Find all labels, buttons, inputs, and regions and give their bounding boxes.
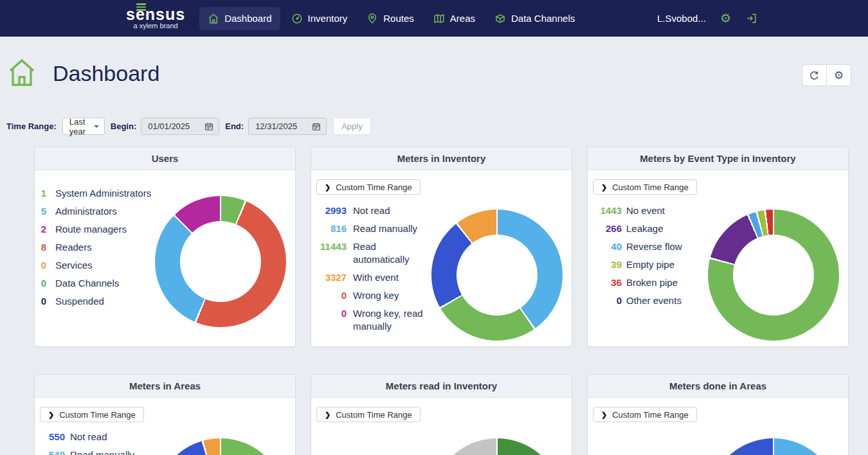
legend-value: 8 [40, 241, 46, 254]
top-navigation-bar: sensus a xylem brand Dashboard Inventory… [0, 0, 868, 37]
legend-label: No event [626, 204, 665, 217]
legend-value: 0 [593, 294, 622, 307]
legend-label: Reverse flow [626, 240, 682, 253]
panel-title: Meters in Inventory [311, 147, 572, 170]
end-date-value: 12/31/2025 [255, 121, 297, 131]
begin-date-input[interactable]: 01/01/2025 [141, 118, 219, 135]
nav-item-label: Inventory [308, 13, 348, 24]
legend-label: Empty pipe [626, 258, 674, 271]
nav-item-routes[interactable]: Routes [358, 7, 422, 30]
legend-item: 540Read manually [40, 449, 134, 455]
home-icon [208, 13, 219, 24]
legend-value: 2 [40, 223, 46, 236]
meters-in-areas-donut-chart[interactable] [155, 438, 286, 455]
time-filter-bar: Time Range: Last year Begin: 01/01/2025 … [6, 118, 371, 135]
legend-label: Readers [55, 241, 92, 254]
legend-label: Read manually [70, 449, 134, 455]
legend-item: 0Wrong key, read manually [316, 307, 429, 333]
legend-label: Wrong key [353, 289, 399, 302]
custom-time-range-button[interactable]: ❯Custom Time Range [40, 407, 144, 422]
user-menu[interactable]: L.Svobod... [657, 13, 706, 24]
legend-item: 11443Read automatically [316, 240, 429, 266]
legend-item: 3327With event [316, 271, 429, 284]
donut-hole [457, 235, 538, 316]
legend-item: 0Wrong key [316, 289, 429, 302]
sensus-logo[interactable]: sensus a xylem brand [126, 7, 185, 30]
panel-meters-by-event-type: Meters by Event Type in Inventory ❯Custo… [587, 147, 849, 347]
custom-time-range-label: Custom Time Range [612, 410, 689, 420]
custom-time-range-button[interactable]: ❯Custom Time Range [593, 407, 697, 422]
refresh-button[interactable] [802, 64, 827, 86]
nav-item-label: Routes [383, 13, 414, 24]
logout-icon[interactable] [745, 12, 757, 24]
legend-value: 0 [40, 277, 46, 290]
legend-value: 0 [40, 295, 46, 308]
meter-gauge-icon [291, 13, 303, 24]
header-buttons: ⚙ [802, 64, 851, 86]
legend-label: Not read [353, 204, 390, 217]
apply-button[interactable]: Apply [333, 118, 371, 135]
nav-right-cluster: L.Svobod... ⚙ [657, 0, 757, 37]
chart-legend: 2993Not read816Read manually11443Read au… [316, 204, 429, 338]
chevron-right-icon: ❯ [601, 411, 607, 419]
nav-item-data-channels[interactable]: Data Channels [486, 7, 583, 30]
panel-meters-done-in-areas: Meters done in Areas ❯Custom Time Range [587, 374, 849, 455]
legend-value: 1 [40, 187, 46, 200]
meters-done-in-areas-donut-chart[interactable] [708, 438, 839, 455]
panel-meters-in-inventory: Meters in Inventory ❯Custom Time Range 2… [311, 147, 572, 347]
calendar-icon[interactable] [312, 122, 321, 131]
nav-item-areas[interactable]: Areas [425, 7, 484, 30]
meters-read-in-inventory-donut-chart[interactable] [431, 438, 563, 455]
legend-label: Not read [70, 431, 107, 443]
chevron-right-icon: ❯ [601, 183, 607, 192]
legend-label: Leakage [626, 222, 664, 235]
legend-value: 816 [316, 222, 347, 235]
legend-label: Administrators [55, 205, 117, 218]
legend-item: 1443No event [593, 204, 682, 217]
legend-label: Read automatically [353, 240, 429, 266]
users-donut-chart[interactable] [155, 196, 286, 327]
legend-item: 0Data Channels [40, 277, 151, 290]
legend-label: Wrong key, read manually [353, 307, 429, 333]
chevron-right-icon: ❯ [48, 411, 54, 419]
legend-item: 39Empty pipe [593, 258, 682, 271]
legend-item: 1System Administrators [40, 187, 151, 200]
donut-hole [180, 221, 261, 302]
legend-label: Read manually [353, 222, 417, 235]
panel-users: Users 1System Administrators5Administrat… [34, 147, 296, 347]
legend-value: 0 [316, 307, 347, 320]
panel-meters-read-in-inventory: Meters read in Inventory ❯Custom Time Ra… [311, 374, 572, 455]
nav-item-label: Data Channels [511, 13, 575, 24]
legend-item: 0Other events [593, 294, 682, 307]
custom-time-range-label: Custom Time Range [336, 410, 412, 420]
dashboard-home-icon [6, 54, 37, 93]
time-range-value: Last year [69, 117, 94, 136]
legend-item: 816Read manually [316, 222, 429, 235]
custom-time-range-button[interactable]: ❯Custom Time Range [316, 407, 420, 422]
meters-in-inventory-donut-chart[interactable] [431, 210, 563, 341]
meters-by-event-type-donut-chart[interactable] [708, 210, 839, 341]
legend-label: Other events [626, 294, 682, 307]
begin-date-value: 01/01/2025 [148, 121, 190, 131]
end-date-input[interactable]: 12/31/2025 [248, 118, 327, 135]
custom-time-range-button[interactable]: ❯Custom Time Range [593, 179, 697, 195]
panel-title: Users [35, 147, 295, 170]
legend-value: 36 [593, 276, 622, 289]
nav-item-inventory[interactable]: Inventory [283, 7, 356, 30]
page-title: Dashboard [53, 61, 159, 86]
panel-title: Meters read in Inventory [311, 375, 572, 398]
legend-value: 11443 [316, 240, 347, 253]
custom-time-range-button[interactable]: ❯Custom Time Range [316, 179, 420, 195]
legend-item: 0Suspended [40, 295, 151, 308]
legend-item: 2993Not read [316, 204, 429, 217]
nav-item-dashboard[interactable]: Dashboard [199, 7, 280, 30]
legend-item: 0Services [40, 259, 151, 272]
chevron-right-icon: ❯ [325, 183, 330, 192]
page-header: Dashboard [6, 54, 159, 93]
time-range-select[interactable]: Last year [62, 118, 105, 135]
calendar-icon[interactable] [204, 122, 213, 131]
legend-label: Broken pipe [626, 276, 678, 289]
dashboard-settings-gear-icon[interactable]: ⚙ [826, 64, 851, 86]
legend-item: 40Reverse flow [593, 240, 682, 253]
settings-gear-icon[interactable]: ⚙ [720, 12, 731, 24]
